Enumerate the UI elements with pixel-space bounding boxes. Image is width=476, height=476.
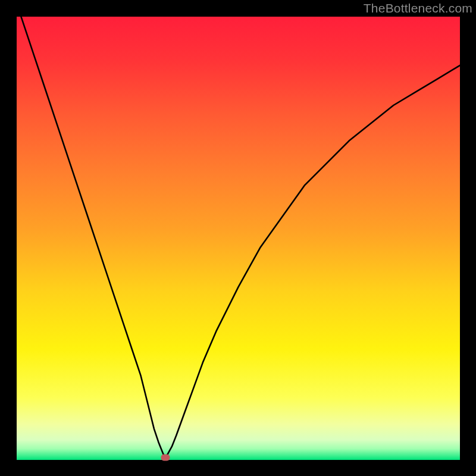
watermark-text: TheBottleneck.com <box>364 1 472 15</box>
plot-frame <box>17 17 460 460</box>
chart-svg <box>17 17 460 460</box>
min-marker <box>161 455 170 461</box>
gradient-background <box>17 17 460 460</box>
